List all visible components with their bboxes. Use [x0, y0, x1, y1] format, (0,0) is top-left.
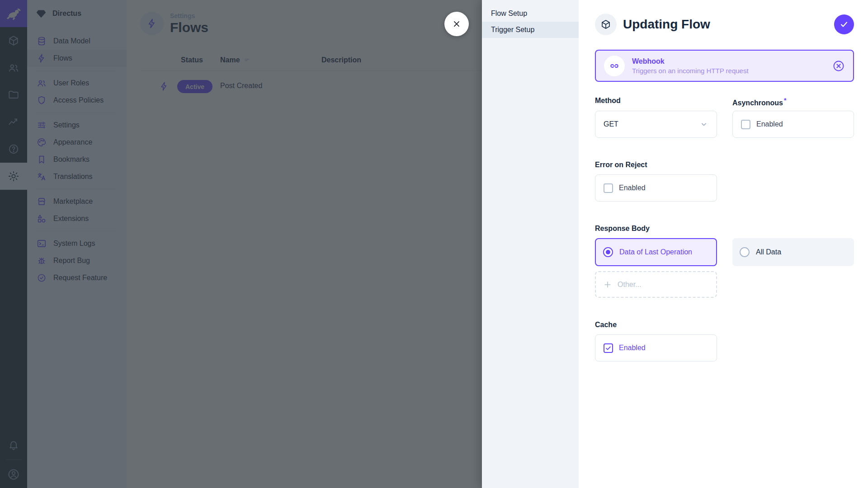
drawer-title: Updating Flow [623, 17, 710, 32]
response-body-label: Response Body [595, 225, 717, 233]
error-on-reject-checkbox[interactable] [604, 183, 613, 193]
method-select[interactable]: GET [595, 111, 717, 138]
asynchronous-field: Enabled [732, 111, 854, 138]
radio-unselected-icon [740, 247, 750, 257]
close-drawer-button[interactable] [444, 12, 469, 36]
directus-app: Directus Data Model Flows User Roles [0, 0, 868, 488]
response-body-option-all-data[interactable]: All Data [732, 238, 854, 266]
method-select-value: GET [604, 120, 618, 128]
check-icon [839, 19, 849, 29]
drawer-header: Updating Flow [595, 13, 854, 36]
check-icon [605, 345, 612, 352]
cache-checkbox-label: Enabled [619, 344, 646, 352]
trigger-subtitle: Triggers on an incoming HTTP request [632, 67, 749, 75]
cache-label: Cache [595, 321, 717, 329]
error-on-reject-checkbox-label: Enabled [619, 184, 646, 192]
required-asterisk: * [784, 97, 786, 104]
flow-drawer: Flow Setup Trigger Setup Updating Flow W… [482, 0, 868, 488]
response-body-other-button[interactable]: Other... [595, 271, 717, 298]
remove-trigger-button[interactable] [832, 60, 845, 72]
drawer-nav-trigger-setup[interactable]: Trigger Setup [482, 22, 579, 38]
drawer-title-icon [595, 14, 617, 35]
method-label: Method [595, 97, 717, 105]
webhook-trigger-banner[interactable]: Webhook Triggers on an incoming HTTP req… [595, 50, 854, 82]
asynchronous-checkbox[interactable] [741, 120, 750, 129]
drawer-panel: Updating Flow Webhook Triggers on an inc… [579, 0, 868, 488]
dismiss-circle-icon [832, 60, 845, 72]
close-icon [452, 19, 462, 29]
drawer-nav-flow-setup[interactable]: Flow Setup [482, 5, 579, 22]
plus-icon [603, 280, 612, 289]
chevron-down-icon [699, 120, 708, 129]
trigger-title: Webhook [632, 57, 749, 66]
cube-icon [600, 19, 611, 30]
response-body-option-last-operation[interactable]: Data of Last Operation [595, 238, 717, 266]
other-label: Other... [618, 281, 641, 289]
error-on-reject-label: Error on Reject [595, 161, 717, 169]
asynchronous-label: Asynchronous* [732, 97, 854, 107]
cache-checkbox[interactable] [604, 343, 613, 353]
cache-field: Enabled [595, 334, 717, 361]
error-on-reject-field: Enabled [595, 174, 717, 202]
drawer-nav: Flow Setup Trigger Setup [482, 0, 579, 488]
asynchronous-checkbox-label: Enabled [756, 120, 783, 128]
radio-selected-icon [603, 247, 613, 257]
save-button[interactable] [834, 14, 854, 34]
link-icon [604, 56, 625, 76]
